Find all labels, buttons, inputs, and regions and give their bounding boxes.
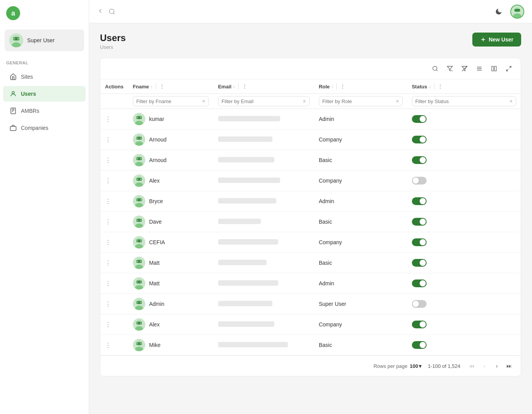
filter-status-wrap[interactable]: ×: [412, 96, 516, 106]
next-page-button[interactable]: ›: [491, 361, 502, 371]
topbar-avatar[interactable]: [510, 5, 524, 19]
last-page-button[interactable]: ⏭: [504, 361, 515, 371]
filter-fname-clear[interactable]: ×: [202, 98, 205, 104]
toggle-track[interactable]: [412, 341, 427, 349]
row-menu-button[interactable]: ⋮: [105, 342, 112, 348]
status-sort-icon: ↕: [429, 84, 431, 89]
row-status-toggle[interactable]: [412, 197, 427, 205]
sidebar-item-sites[interactable]: Sites: [3, 69, 86, 85]
toggle-track[interactable]: [412, 156, 427, 164]
table-columns-button[interactable]: [488, 63, 500, 74]
table-row: ⋮ Admin Super User: [100, 294, 521, 314]
toggle-track[interactable]: [412, 177, 427, 185]
row-fname-cell: Admin: [128, 294, 213, 314]
row-menu-button[interactable]: ⋮: [105, 280, 112, 287]
row-menu-button[interactable]: ⋮: [105, 178, 112, 184]
toggle-track[interactable]: [412, 218, 427, 226]
th-fname[interactable]: Fname ↕ ⋮: [128, 79, 213, 94]
svg-point-7: [18, 38, 19, 39]
toggle-track[interactable]: [412, 279, 427, 287]
filter-fname-cell: ×: [128, 94, 213, 109]
filter-role-input[interactable]: [322, 98, 394, 104]
row-role: Admin: [319, 116, 334, 122]
row-role-cell: Basic: [314, 335, 407, 355]
row-status-toggle[interactable]: [412, 218, 427, 226]
toggle-track[interactable]: [412, 238, 427, 246]
svg-point-106: [140, 282, 141, 283]
fname-col-menu-icon[interactable]: ⋮: [159, 83, 165, 90]
row-status-toggle[interactable]: [412, 341, 427, 349]
th-status[interactable]: Status ↕ ⋮: [407, 79, 521, 94]
row-menu-button[interactable]: ⋮: [105, 219, 112, 225]
filter-email-input[interactable]: [222, 98, 301, 104]
row-fname-cell: CEFIA: [128, 232, 213, 253]
row-fname: Admin: [149, 301, 165, 307]
rows-per-page-value: 100: [410, 363, 418, 369]
email-sort-icon: ↕: [233, 84, 235, 89]
dark-mode-button[interactable]: [492, 5, 505, 18]
row-status-toggle[interactable]: [412, 115, 427, 123]
svg-point-121: [137, 323, 138, 324]
row-menu-button[interactable]: ⋮: [105, 116, 112, 122]
toggle-track[interactable]: [412, 136, 427, 143]
filter-email-wrap[interactable]: ×: [218, 96, 310, 106]
email-col-menu-icon[interactable]: ⋮: [242, 83, 247, 90]
toggle-thumb: [413, 301, 419, 307]
table-filter-remove-button[interactable]: [444, 63, 456, 74]
toggle-track[interactable]: [412, 115, 427, 123]
table-search-button[interactable]: [429, 63, 441, 74]
table-rows-button[interactable]: [473, 63, 485, 74]
sidebar-item-users[interactable]: Users: [3, 86, 86, 102]
sidebar-collapse-button[interactable]: [97, 7, 104, 16]
row-menu-button[interactable]: ⋮: [105, 136, 112, 143]
th-email[interactable]: Email ↕ ⋮: [213, 79, 314, 94]
status-col-menu-icon[interactable]: ⋮: [437, 83, 443, 90]
row-email-blur: [218, 198, 276, 204]
row-menu-button[interactable]: ⋮: [105, 239, 112, 246]
first-page-button[interactable]: ⏮: [467, 361, 477, 371]
filter-role-clear[interactable]: ×: [396, 98, 399, 104]
filter-status-input[interactable]: [415, 98, 508, 104]
filter-role-wrap[interactable]: ×: [319, 96, 403, 106]
row-menu-button[interactable]: ⋮: [105, 157, 112, 164]
filter-fname-wrap[interactable]: ×: [133, 96, 209, 106]
prev-page-button[interactable]: ‹: [479, 361, 490, 371]
row-email-cell: [213, 212, 314, 232]
row-status-toggle[interactable]: [412, 156, 427, 164]
toggle-track[interactable]: [412, 259, 427, 267]
row-menu-button[interactable]: ⋮: [105, 260, 112, 266]
home-icon: [9, 73, 17, 81]
row-menu-button[interactable]: ⋮: [105, 198, 112, 205]
sidebar-item-ambrs[interactable]: AMBRs: [3, 103, 86, 119]
th-role[interactable]: Role ↕ ⋮: [314, 79, 407, 94]
topbar-search[interactable]: [108, 8, 115, 15]
row-status-toggle[interactable]: [412, 259, 427, 267]
filter-fname-input[interactable]: [136, 98, 201, 104]
row-status-toggle[interactable]: [412, 177, 427, 185]
row-role-cell: Basic: [314, 253, 407, 273]
svg-point-114: [140, 302, 141, 303]
role-col-menu-icon[interactable]: ⋮: [340, 83, 345, 90]
row-status-toggle[interactable]: [412, 279, 427, 287]
user-profile[interactable]: Super User: [5, 29, 84, 51]
sidebar-item-companies[interactable]: Companies: [3, 120, 86, 136]
row-menu-button[interactable]: ⋮: [105, 321, 112, 328]
toggle-track[interactable]: [412, 300, 427, 308]
row-status-toggle[interactable]: [412, 136, 427, 143]
toggle-track[interactable]: [412, 197, 427, 205]
filter-status-clear[interactable]: ×: [510, 98, 513, 104]
row-status-toggle[interactable]: [412, 238, 427, 246]
table-expand-button[interactable]: [503, 63, 515, 74]
filter-email-clear[interactable]: ×: [303, 98, 306, 104]
new-user-button[interactable]: New User: [472, 33, 521, 47]
row-status-toggle[interactable]: [412, 321, 427, 328]
row-status-toggle[interactable]: [412, 300, 427, 308]
row-fname-cell: Bryce: [128, 191, 213, 212]
fname-sort-icon: ↕: [151, 84, 153, 89]
row-menu-button[interactable]: ⋮: [105, 301, 112, 307]
page-title: Users: [100, 33, 126, 43]
row-role: Company: [319, 321, 342, 328]
table-filter-clear-button[interactable]: [459, 63, 470, 74]
rows-per-page-select[interactable]: 100 ▾: [410, 363, 422, 369]
toggle-track[interactable]: [412, 321, 427, 328]
